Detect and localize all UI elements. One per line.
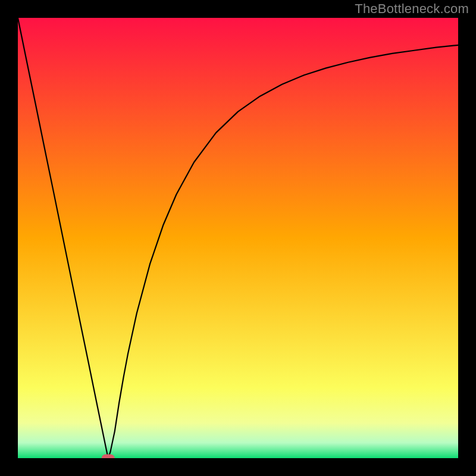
chart-background	[18, 18, 458, 458]
chart-svg	[18, 18, 458, 458]
chart-frame: TheBottleneck.com	[0, 0, 476, 476]
watermark-label: TheBottleneck.com	[355, 1, 469, 17]
plot-area	[18, 18, 458, 458]
